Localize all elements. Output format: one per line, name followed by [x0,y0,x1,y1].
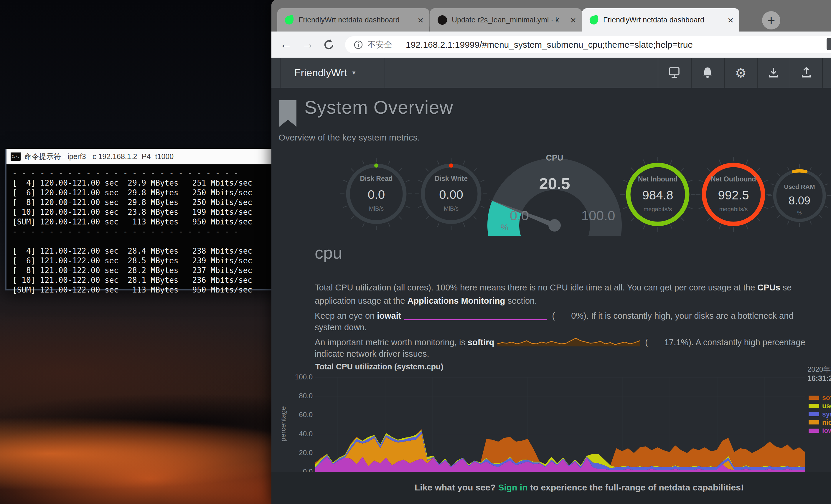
legend-swatch [809,404,819,408]
url-text[interactable]: 192.168.2.1:19999/#menu_system_submenu_c… [406,40,693,50]
bold-term: softirq [468,337,494,347]
y-axis-tick: 60.0 [283,411,313,419]
chart-time-label: 16:31:2 [807,374,831,383]
navbar-divider [822,58,823,88]
gauge-unit: megabits/s [628,206,687,213]
gauge-label: Net Outbound [704,175,763,183]
legend-item[interactable]: nice [809,418,831,426]
settings-button[interactable]: ⚙ [724,58,757,88]
gauge-disk-write[interactable]: Disk Write 0.00 MiB/s [422,175,481,212]
description-line: indicate network driver issues. [315,349,831,362]
browser-tab[interactable]: FriendlyWrt netdata dashboard× [582,8,739,31]
legend-item[interactable]: system [809,410,831,418]
omnibox-divider [399,40,399,50]
chart-legend: softirqusersystemniceiowait [809,393,831,438]
gauge-used-ram[interactable]: Used RAM 8.09 % [770,183,829,216]
y-axis-tick: 40.0 [283,430,313,438]
legend-swatch [809,395,819,400]
description-line: application usage at the Applications Mo… [315,296,831,309]
bold-term: iowait [377,311,401,321]
legend-swatch [809,420,819,424]
browser-tab[interactable]: Update r2s_lean_minimal.yml · k× [430,8,582,31]
description-line: Keep an eye on iowait (0%). If it is con… [315,309,831,323]
toolbar-edge-icon[interactable] [827,38,831,50]
page-title: System Overview [305,97,453,118]
signin-banner: Like what you see? Sign in to experience… [271,472,831,504]
legend-item[interactable]: iowait [809,426,831,435]
gauge-cpu-max: 100.0 [572,208,625,224]
cpu-section-description: Total CPU utilization (all cores). 100% … [315,283,831,362]
bold-term: CPUs [757,283,780,292]
gauge-value: 8.09 [770,195,829,207]
cmd-icon: C:\. [10,152,21,161]
description-line: Total CPU utilization (all cores). 100% … [315,283,831,296]
gauge-label: Used RAM [770,183,829,190]
cpu-section-heading: cpu [315,243,342,263]
gauge-unit: MiB/s [422,205,481,212]
export-snapshot-button[interactable] [790,58,823,88]
navbar-divider [280,58,281,88]
description-line: system down. [315,323,831,336]
legend-label: softirq [822,394,831,402]
gauge-cpu-value[interactable]: 20.5 [525,174,584,192]
import-snapshot-button[interactable] [757,58,790,88]
legend-item[interactable]: user [809,402,831,410]
github-icon [438,15,447,25]
legend-label: nice [822,419,831,426]
sign-in-link[interactable]: Sign in [498,482,527,492]
gauge-net-outbound[interactable]: Net Outbound 992.5 megabits/s [704,175,763,213]
bookmark-icon [279,100,296,127]
upload-icon [800,66,813,79]
page-subtitle: Overview of the key system metrics. [279,132,420,143]
browser-tab[interactable]: FriendlyWrt netdata dashboard× [277,8,429,31]
print-dashboard-button[interactable] [658,58,691,88]
chart-title: Total CPU utilization (system.cpu) [315,362,443,372]
host-menu-button[interactable]: FriendlyWrt ▾ [294,58,355,88]
monitor-icon [667,66,681,79]
host-menu-label: FriendlyWrt [294,67,347,79]
legend-label: user [822,402,831,410]
gauge-value: 984.8 [628,188,687,202]
gauge-cpu-min: 0.0 [498,208,540,224]
gauge-unit: megabits/s [704,206,763,213]
legend-item[interactable]: softirq [809,393,831,402]
legend-swatch [809,428,819,433]
gauge-label: Net Inbound [628,175,687,183]
banner-text: to experience the full-range of netdata … [527,482,744,492]
tab-title: FriendlyWrt netdata dashboard [603,16,723,24]
gauge-cpu-unit: % [494,223,515,232]
terminal-title: 命令提示符 - iperf3 -c 192.168.1.2 -P4 -t1000 [24,152,174,161]
tab-close-icon[interactable]: × [570,15,576,25]
dashboard-content: System Overview Overview of the key syst… [271,88,831,504]
gear-icon: ⚙ [735,65,746,81]
forward-button[interactable]: → [302,37,314,51]
tab-close-icon[interactable]: × [418,15,424,25]
iowait-sparkline [403,309,548,321]
softirq-sparkline [496,336,641,348]
gauge-value: 0.00 [422,188,481,202]
gauge-disk-read[interactable]: Disk Read 0.0 MiB/s [347,175,406,212]
chart-y-axis-title: percentage [279,396,287,452]
security-label[interactable]: 不安全 [368,39,392,50]
address-bar[interactable]: 不安全 192.168.2.1:19999/#menu_system_subme… [345,36,831,53]
browser-window[interactable]: FriendlyWrt netdata dashboard×Update r2s… [271,0,831,504]
gauge-unit: MiB/s [347,205,406,212]
description-line: An important metric worth monitoring, is… [315,336,831,349]
gauge-value: 992.5 [704,188,763,202]
banner-text: Like what you see? [414,482,498,492]
download-icon [767,66,780,79]
gauge-value: 0.0 [347,188,406,202]
reload-icon[interactable] [322,38,336,52]
gauge-net-inbound[interactable]: Net Inbound 984.8 megabits/s [628,175,687,213]
tab-close-icon[interactable]: × [727,15,734,25]
alarms-button[interactable] [691,58,724,88]
new-tab-button[interactable]: + [762,11,780,29]
site-info-icon[interactable] [353,40,363,50]
netdata-icon [589,15,599,25]
tab-title: Update r2s_lean_minimal.yml · k [452,16,566,24]
cpu-utilization-chart[interactable] [315,377,805,472]
back-button[interactable]: ← [280,37,292,51]
bold-term: Applications Monitoring [407,296,505,305]
y-axis-tick: 80.0 [283,392,313,400]
navbar-divider [384,58,385,88]
